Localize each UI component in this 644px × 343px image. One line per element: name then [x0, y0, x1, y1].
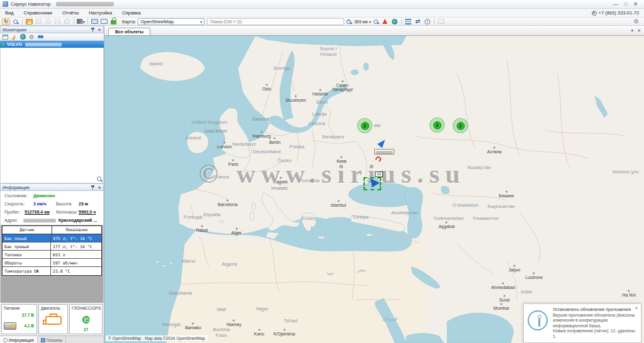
cluster-marker[interactable]: 2 — [453, 118, 468, 133]
routes-icon[interactable]: ⇄ — [414, 18, 422, 25]
power-backup-voltage: 4.1 В — [24, 324, 34, 328]
menu-reports[interactable]: Отчёты — [57, 9, 84, 17]
power-box: Питание 27.7 В 4.1 В — [1, 304, 37, 334]
tab-all-objects[interactable]: Все объекты — [108, 28, 150, 35]
monitoring-close-icon[interactable]: ✕ — [97, 28, 101, 32]
pin-icon[interactable] — [91, 28, 94, 32]
selected-vehicle-marker[interactable] — [364, 177, 381, 190]
monitoring-list[interactable] — [0, 48, 104, 183]
sensor-row[interactable]: Топливо653 л — [3, 251, 101, 259]
sensor-row[interactable]: Температура ОЖ23.0 °C — [3, 267, 101, 275]
sensor-value: 177 л; t°: 16 °C — [51, 242, 101, 250]
gear-icon[interactable]: ⚙ — [28, 34, 35, 40]
state-value: Движение — [33, 193, 55, 198]
gnss-satellite-count: 17 — [70, 327, 102, 332]
left-panel: Мониторинг ✕ ⚙ VOLVO Информация ✕ Состоя… — [0, 26, 104, 343]
sensor-value: 597 об/мин — [51, 259, 101, 266]
sensor-name: Топливо — [3, 251, 51, 258]
zoom-out-icon[interactable] — [372, 18, 380, 25]
altitude-label: Высота: — [56, 202, 72, 206]
map-image-icon[interactable] — [25, 18, 33, 25]
object-list-icon[interactable] — [404, 18, 413, 25]
hours-value[interactable]: 5992,0 ч — [79, 210, 96, 214]
scale-chevron-icon[interactable]: ▾ — [369, 19, 371, 24]
info-icon — [528, 310, 548, 330]
app-icon — [3, 1, 8, 7]
menu-view[interactable]: Вид — [0, 9, 19, 17]
table-view-icon — [437, 18, 445, 25]
engine-label: Двигатель — [41, 306, 60, 310]
close-button[interactable]: ✕ — [633, 1, 638, 8]
search-input[interactable] — [208, 19, 343, 24]
history-clock-icon[interactable] — [423, 18, 431, 25]
settings-gear-icon[interactable]: ⚙ — [634, 18, 642, 25]
engine-icon — [45, 316, 62, 325]
zoom-object-icon[interactable] — [11, 18, 19, 25]
gnss-box: ГЛОНАСС/GPS 17 — [69, 304, 103, 334]
map-canvas[interactable]: ÍslandSverigeSuomi / FinlandEestiLatvija… — [104, 36, 644, 343]
mileage-value[interactable]: 512739,4 км — [25, 210, 50, 214]
maximize-button[interactable]: □ — [624, 1, 627, 8]
map-attribution[interactable]: © OpenStreetMap - Map data ©2024 OpenStr… — [106, 335, 208, 341]
sensor-row[interactable]: Бак правый177 л; t°: 16 °C — [3, 242, 101, 251]
sensor-row[interactable]: Бак левый475 л; t°: 16 °C — [3, 234, 101, 242]
vehicle-name-plate[interactable] — [374, 149, 394, 155]
moving-status-icon — [2, 43, 5, 46]
selected-vehicle-arrow-icon — [367, 178, 380, 190]
sensor-col-name: Датчик — [3, 226, 52, 234]
binoculars-icon[interactable] — [37, 34, 43, 40]
main-toolbar: ↻ ▾ Карта: OpenStreetMap ▾ 369 км ▾ ⇄ ⚙ — [0, 18, 644, 26]
cluster-marker[interactable]: 2 — [357, 118, 372, 133]
state-label: Состояние: — [4, 193, 28, 198]
info-fields: Состояние: Движение Скорость: 3 км/ч Выс… — [0, 191, 104, 225]
speed-label: Скорость: — [4, 202, 25, 206]
center-map-icon[interactable] — [381, 18, 389, 25]
sensor-value: 475 л; t°: 16 °C — [51, 234, 101, 242]
map-tab-strip: Все объекты ▾ ✕ — [104, 26, 644, 36]
monitor-globe-icon[interactable] — [19, 34, 26, 40]
lock-icon[interactable] — [109, 18, 118, 25]
tab-list-chevron-icon[interactable]: ▾ — [631, 28, 634, 33]
sensor-value: 23.0 °C — [51, 267, 101, 275]
geozone-tool-icon-4 — [63, 18, 71, 25]
redacted-title-text — [56, 2, 114, 6]
report-window-icon[interactable] — [91, 18, 99, 25]
info-close-icon[interactable]: ✕ — [97, 185, 101, 190]
follow-object-icon[interactable]: ↻ — [2, 18, 10, 25]
sensor-table: Датчик Показание Бак левый475 л; t°: 16 … — [2, 226, 102, 276]
sensor-row[interactable]: Обороты597 об/мин — [3, 259, 101, 267]
redacted-plate-text — [376, 151, 392, 154]
quick-actions-icon[interactable] — [11, 34, 17, 40]
sensor-name: Температура ОЖ — [3, 267, 51, 275]
update-notification: Установлено обновление приложения Версия… — [523, 303, 641, 343]
map-tab-close-icon[interactable]: ✕ — [637, 28, 641, 33]
sensor-col-value: Показание — [52, 226, 101, 234]
report-window2-icon[interactable] — [100, 18, 108, 25]
cluster-marker[interactable]: 2 — [430, 117, 445, 133]
info-pin-icon[interactable] — [91, 185, 94, 190]
notification-close-icon[interactable]: ✕ — [635, 306, 638, 311]
menu-help[interactable]: Справка — [117, 9, 145, 17]
altitude-value: 23 м — [79, 202, 88, 206]
menu-settings[interactable]: Настройка — [84, 9, 117, 17]
information-tab-icon — [3, 338, 8, 342]
map-provider-select[interactable]: OpenStreetMap ▾ — [138, 18, 204, 25]
list-search-icon[interactable] — [97, 177, 101, 181]
minimize-button[interactable]: — — [613, 1, 618, 8]
info-title: Информация — [3, 185, 30, 190]
menu-directories[interactable]: Справочники — [19, 9, 57, 17]
sensor-name: Бак правый — [3, 242, 51, 250]
sensor-value: 653 л — [51, 251, 101, 258]
layout-icon[interactable] — [2, 34, 8, 40]
globe-icon[interactable] — [391, 18, 399, 25]
zoom-in-icon[interactable] — [345, 18, 353, 25]
support-phone: +7 (863) 333-01-73 — [599, 10, 639, 16]
menu-bar: Вид Справочники Отчёты Настройка Справка… — [0, 9, 644, 18]
map-scale-value[interactable]: 369 км — [354, 19, 368, 24]
cluster-count: 2 — [459, 124, 462, 128]
engine-box: Двигатель — [38, 304, 68, 334]
tab-geozones[interactable]: Геозоны — [38, 336, 66, 343]
vehicle-dropdown-icon[interactable]: ▾ — [77, 18, 85, 25]
vehicle-row[interactable]: VOLVO — [0, 41, 104, 48]
tab-information[interactable]: Информация — [0, 336, 38, 343]
